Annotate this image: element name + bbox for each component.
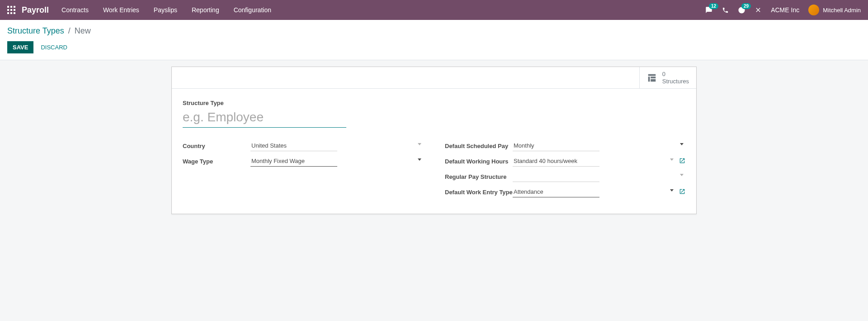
chevron-down-icon [418, 158, 421, 161]
external-link-icon[interactable] [679, 188, 685, 196]
nav-item-contracts[interactable]: Contracts [61, 6, 89, 14]
phone-icon[interactable] [722, 7, 729, 14]
stat-text: 0 Structures [662, 71, 689, 85]
row-schedule-pay: Default Scheduled Pay [445, 140, 685, 151]
navbar: Payroll Contracts Work Entries Payslips … [0, 0, 868, 20]
nav-item-payslips[interactable]: Payslips [154, 6, 177, 14]
nav-item-configuration[interactable]: Configuration [234, 6, 271, 14]
chevron-down-icon [670, 158, 674, 161]
row-working-hours: Default Working Hours [445, 156, 685, 167]
sheet-container: 0 Structures Structure Type Country [0, 60, 868, 214]
activities-icon[interactable]: 29 [738, 6, 745, 14]
nav-item-work-entries[interactable]: Work Entries [103, 6, 139, 14]
stat-button-structures[interactable]: 0 Structures [639, 67, 696, 88]
row-wage-type: Wage Type [183, 156, 423, 167]
discard-button[interactable]: DISCARD [41, 44, 67, 51]
col-right: Default Scheduled Pay Default Working Ho… [445, 140, 685, 197]
row-country: Country [183, 140, 423, 151]
stat-count: 0 [662, 71, 689, 78]
chevron-down-icon [680, 143, 684, 145]
nav-menu: Contracts Work Entries Payslips Reportin… [61, 6, 271, 14]
user-name: Mitchell Admin [823, 7, 861, 14]
wage-type-field[interactable] [250, 156, 337, 167]
schedule-pay-field[interactable] [513, 140, 599, 151]
stat-label: Structures [662, 78, 689, 85]
country-label: Country [183, 143, 250, 149]
regular-pay-label: Regular Pay Structure [445, 173, 513, 180]
working-hours-field[interactable] [513, 156, 599, 167]
button-box: 0 Structures [172, 67, 696, 89]
save-button[interactable]: SAVE [7, 41, 33, 53]
work-entry-type-field[interactable] [513, 187, 599, 197]
debug-icon[interactable] [755, 6, 762, 14]
breadcrumb: Structure Types / New [7, 26, 861, 36]
breadcrumb-parent[interactable]: Structure Types [7, 26, 64, 35]
chevron-down-icon [680, 174, 684, 176]
structure-type-input[interactable] [183, 109, 346, 128]
regular-pay-field[interactable] [513, 171, 599, 182]
messages-icon[interactable]: 12 [705, 6, 713, 14]
chevron-down-icon [670, 189, 674, 192]
company-switcher[interactable]: ACME Inc [771, 6, 799, 14]
activities-badge: 29 [741, 3, 751, 9]
chevron-down-icon [418, 143, 421, 145]
avatar [808, 5, 819, 15]
breadcrumb-current: New [75, 26, 91, 35]
messages-badge: 12 [709, 3, 718, 9]
country-field[interactable] [250, 140, 337, 151]
col-left: Country Wage Type [183, 140, 423, 197]
app-brand[interactable]: Payroll [22, 5, 49, 15]
row-work-entry-type: Default Work Entry Type [445, 187, 685, 197]
schedule-pay-label: Default Scheduled Pay [445, 143, 513, 149]
wage-type-label: Wage Type [183, 158, 250, 165]
apps-icon[interactable] [7, 6, 15, 14]
control-panel: Structure Types / New SAVE DISCARD [0, 20, 868, 60]
action-buttons: SAVE DISCARD [7, 41, 861, 53]
structures-icon [647, 73, 657, 83]
nav-item-reporting[interactable]: Reporting [192, 6, 219, 14]
nav-right: 12 29 ACME Inc Mitchell Admin [705, 5, 861, 15]
form-sheet: 0 Structures Structure Type Country [171, 67, 697, 214]
sheet-body: Structure Type Country [172, 89, 696, 214]
breadcrumb-sep: / [68, 26, 71, 35]
external-link-icon[interactable] [679, 158, 685, 165]
work-entry-type-label: Default Work Entry Type [445, 189, 513, 196]
form-columns: Country Wage Type [183, 140, 685, 197]
user-menu[interactable]: Mitchell Admin [808, 5, 861, 15]
row-regular-pay: Regular Pay Structure [445, 171, 685, 182]
title-label: Structure Type [183, 100, 685, 106]
working-hours-label: Default Working Hours [445, 158, 513, 165]
